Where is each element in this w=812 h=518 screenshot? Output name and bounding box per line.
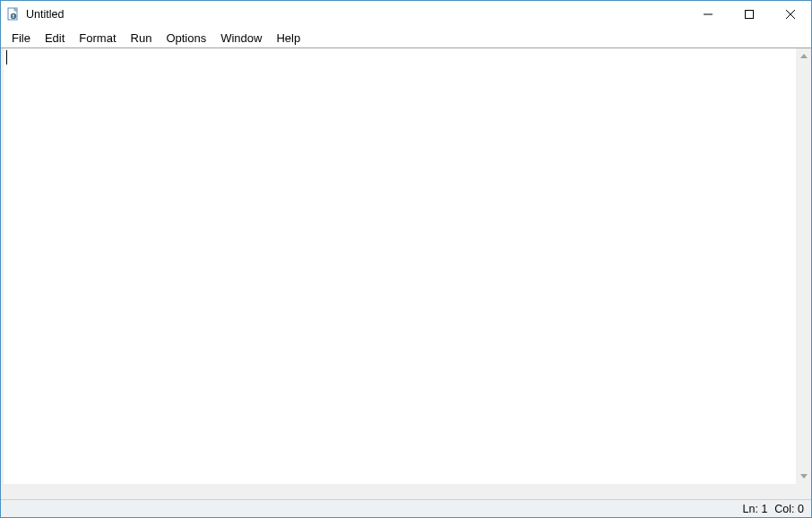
scroll-down-icon[interactable] bbox=[796, 469, 811, 484]
statusbar: Ln: 1 Col: 0 bbox=[1, 499, 811, 517]
text-cursor bbox=[6, 50, 7, 65]
menubar: File Edit Format Run Options Window Help bbox=[1, 28, 811, 47]
window-controls bbox=[687, 1, 811, 28]
svg-rect-3 bbox=[746, 10, 754, 18]
hscroll-track[interactable] bbox=[1, 484, 811, 499]
menu-options[interactable]: Options bbox=[159, 30, 213, 47]
app-window: Untitled File Edit Format Run bbox=[0, 0, 812, 518]
content-area bbox=[1, 47, 811, 484]
maximize-button[interactable] bbox=[729, 1, 770, 28]
minimize-icon bbox=[704, 8, 713, 22]
menu-file[interactable]: File bbox=[4, 30, 38, 47]
status-line: Ln: 1 bbox=[743, 503, 768, 515]
titlebar[interactable]: Untitled bbox=[1, 1, 811, 28]
close-icon bbox=[786, 8, 795, 22]
scroll-up-icon[interactable] bbox=[796, 48, 811, 64]
app-icon bbox=[6, 7, 21, 22]
menu-window[interactable]: Window bbox=[213, 30, 269, 47]
horizontal-scrollbar[interactable] bbox=[1, 484, 811, 499]
maximize-icon bbox=[745, 8, 754, 22]
window-title: Untitled bbox=[26, 8, 64, 21]
close-button[interactable] bbox=[770, 1, 811, 28]
menu-help[interactable]: Help bbox=[269, 30, 307, 47]
menu-format[interactable]: Format bbox=[72, 30, 123, 47]
vertical-scrollbar[interactable] bbox=[796, 48, 811, 484]
minimize-button[interactable] bbox=[687, 1, 729, 28]
menu-edit[interactable]: Edit bbox=[38, 30, 72, 47]
status-col: Col: 0 bbox=[774, 503, 804, 515]
menu-run[interactable]: Run bbox=[124, 30, 160, 47]
code-editor[interactable] bbox=[4, 48, 796, 484]
